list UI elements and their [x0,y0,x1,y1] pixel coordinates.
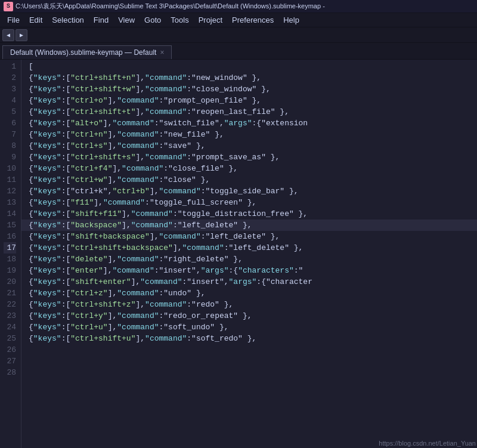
menu-item-selection[interactable]: Selection [47,14,88,26]
line-number-14: 14 [4,208,16,220]
line-number-23: 23 [4,310,16,322]
code-line-22: { "keys": ["shift+enter"], "command": "i… [21,276,477,288]
toolbar: ◀ ▶ [0,27,477,43]
code-line-20: { "keys": ["delete"], "command": "right_… [21,254,477,265]
menu-item-find[interactable]: Find [89,14,113,26]
code-line-17: { "keys": ["backspace"], "command": "lef… [21,220,477,231]
code-line-21: { "keys": ["enter"], "command": "insert"… [21,265,477,276]
tab-label: Default (Windows).sublime-keymap — Defau… [10,48,156,57]
line-number-27: 27 [4,356,16,367]
code-line-5: { "keys": ["ctrl+shift+t"], "command": "… [21,106,477,118]
code-line-3: { "keys": ["ctrl+shift+w"], "command": "… [21,84,477,95]
code-line-27: { "keys": ["ctrl+u"], "command": "soft_u… [21,322,477,333]
line-number-5: 5 [4,106,16,118]
title-bar-text: C:\Users\袁乐天\AppData\Roaming\Sublime Tex… [16,2,325,11]
code-line-1: [ [21,61,477,72]
toolbar-back-btn[interactable]: ◀ [2,29,14,41]
code-line-26: { "keys": ["ctrl+y"], "command": "redo_o… [21,310,477,322]
line-number-15: 15 [4,220,16,231]
code-line-10: { "keys": ["ctrl+f4"], "command": "close… [21,163,477,174]
line-number-3: 3 [4,84,16,95]
line-number-24: 24 [4,322,16,333]
line-number-1: 1 [4,61,16,72]
line-number-2: 2 [4,72,16,84]
menu-item-tools[interactable]: Tools [166,14,193,26]
line-number-20: 20 [4,276,16,288]
line-number-6: 6 [4,118,16,129]
menu-item-goto[interactable]: Goto [140,14,166,26]
title-bar: S C:\Users\袁乐天\AppData\Roaming\Sublime T… [0,0,477,13]
line-number-21: 21 [4,288,16,299]
line-number-11: 11 [4,174,16,186]
tab-close-btn[interactable]: × [160,48,164,57]
menu-item-help[interactable]: Help [278,14,304,26]
menu-item-file[interactable]: File [2,14,24,26]
line-number-9: 9 [4,152,16,163]
line-numbers: 1234567891011121314151617181920212223242… [0,60,21,448]
code-line-2: { "keys": ["ctrl+shift+n"], "command": "… [21,72,477,84]
line-number-7: 7 [4,129,16,140]
line-number-18: 18 [4,254,16,265]
menu-item-view[interactable]: View [113,14,140,26]
code-line-15: { "keys": ["shift+f11"], "command": "tog… [21,208,477,220]
line-number-16: 16 [4,231,16,242]
line-number-4: 4 [4,95,16,106]
code-line-8: { "keys": ["ctrl+s"], "command": "save" … [21,140,477,152]
editor-container: 1234567891011121314151617181920212223242… [0,60,477,448]
menu-item-project[interactable]: Project [194,14,227,26]
line-number-8: 8 [4,140,16,152]
line-number-13: 13 [4,197,16,208]
code-area[interactable]: [ { "keys": ["ctrl+shift+n"], "command":… [21,60,477,448]
code-line-18: { "keys": ["shift+backspace"], "command"… [21,231,477,242]
line-number-26: 26 [4,344,16,356]
line-number-25: 25 [4,333,16,344]
menu-item-preferences[interactable]: Preferences [227,14,278,26]
code-line-13: { "keys": ["ctrl+k", "ctrl+b"], "command… [21,186,477,197]
code-line-28: { "keys": ["ctrl+shift+u"], "command": "… [21,333,477,344]
code-line-7: { "keys": ["ctrl+n"], "command": "new_fi… [21,129,477,140]
line-number-10: 10 [4,163,16,174]
line-number-17: 17 [4,242,16,254]
code-line-9: { "keys": ["ctrl+shift+s"], "command": "… [21,152,477,163]
code-line-24: { "keys": ["ctrl+z"], "command": "undo" … [21,288,477,299]
menu-bar: FileEditSelectionFindViewGotoToolsProjec… [0,13,477,27]
code-line-19: { "keys": ["ctrl+shift+backspace"], "com… [21,242,477,254]
app-icon: S [4,2,13,11]
code-line-14: { "keys": ["f11"], "command": "toggle_fu… [21,197,477,208]
code-line-11: { "keys": ["ctrl+w"], "command": "close"… [21,174,477,186]
line-number-12: 12 [4,186,16,197]
code-line-4: { "keys": ["ctrl+o"], "command": "prompt… [21,95,477,106]
tab-keymap[interactable]: Default (Windows).sublime-keymap — Defau… [2,45,172,59]
line-number-19: 19 [4,265,16,276]
tab-bar: Default (Windows).sublime-keymap — Defau… [0,43,477,60]
line-number-28: 28 [4,367,16,378]
code-line-25: { "keys": ["ctrl+shift+z"], "command": "… [21,299,477,310]
code-line-6: { "keys": ["alt+o"], "command": "switch_… [21,118,477,129]
line-number-22: 22 [4,299,16,310]
toolbar-forward-btn[interactable]: ▶ [16,29,27,41]
menu-item-edit[interactable]: Edit [24,14,47,26]
